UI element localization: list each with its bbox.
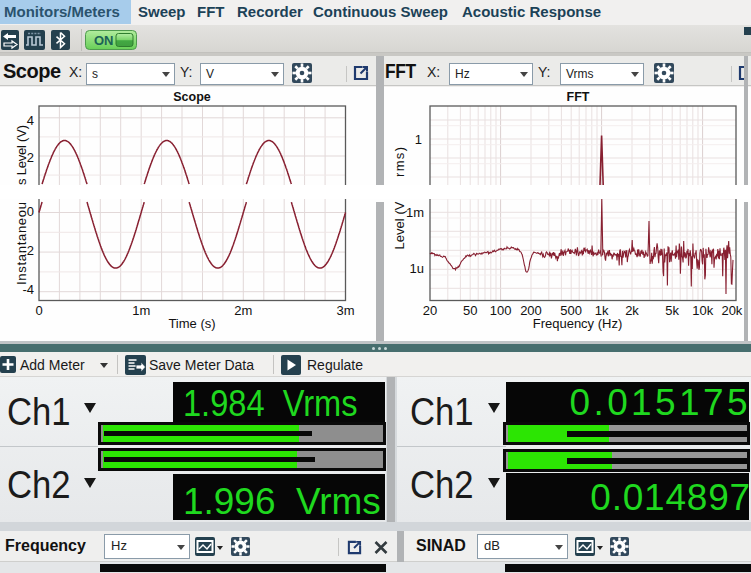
svg-text:1u: 1u [410,261,424,276]
svg-text:1: 1 [415,132,422,147]
svg-text:2m: 2m [234,303,252,318]
svg-text:Time (s): Time (s) [168,316,215,331]
svg-text:FFT: FFT [567,90,590,104]
svg-text:rms): rms) [392,147,407,177]
svg-text:0: 0 [35,303,42,318]
svg-text:10k: 10k [692,303,713,318]
svg-text:5k: 5k [665,303,679,318]
svg-text:Instantaneou: Instantaneou [14,202,29,285]
svg-text:s Level (V): s Level (V) [14,125,29,185]
svg-text:100: 100 [490,303,512,318]
svg-text:Frequency (Hz): Frequency (Hz) [533,316,623,331]
svg-text:50: 50 [463,303,477,318]
svg-text:20k: 20k [721,303,742,318]
svg-text:1m: 1m [132,303,150,318]
svg-text:Scope: Scope [173,90,211,104]
svg-text:1m: 1m [406,205,424,220]
svg-text:Level (V: Level (V [392,201,407,249]
svg-text:3m: 3m [336,303,354,318]
svg-text:2k: 2k [625,303,639,318]
svg-text:ON: ON [94,33,114,48]
svg-text:20: 20 [423,303,437,318]
